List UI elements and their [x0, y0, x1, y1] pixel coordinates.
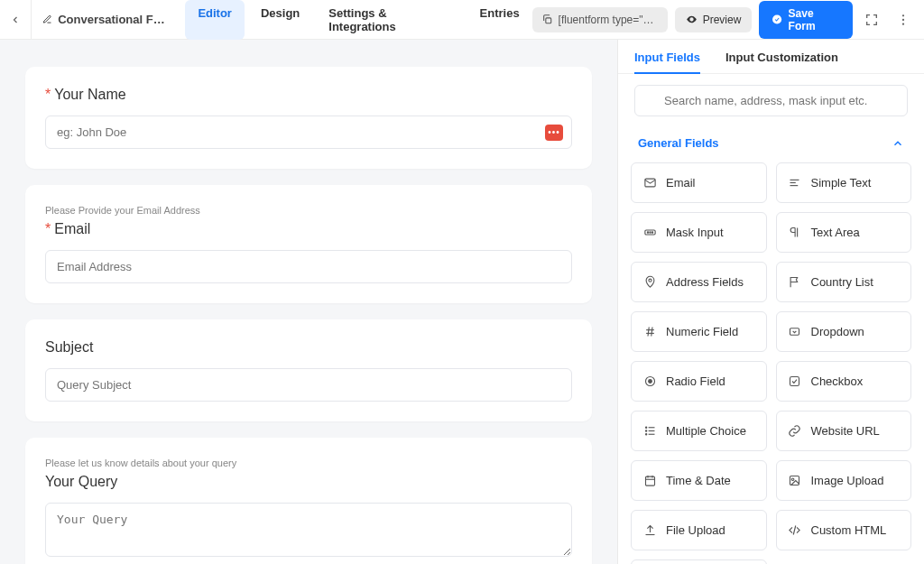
field-numeric-field[interactable]: Numeric Field — [631, 311, 767, 352]
field-label: Address Fields — [666, 275, 744, 289]
mail-icon — [642, 176, 657, 190]
field-label: File Upload — [666, 523, 725, 537]
svg-rect-0 — [546, 18, 551, 23]
field-radio-field[interactable]: Radio Field — [631, 361, 767, 402]
field-country-list[interactable]: Country List — [776, 262, 912, 302]
tab-design[interactable]: Design — [248, 0, 312, 40]
checkbox-icon — [788, 374, 802, 388]
svg-point-30 — [645, 427, 646, 428]
field-phone-mobile[interactable]: Phone/Mobile — [631, 559, 767, 564]
required-asterisk: * — [45, 221, 51, 236]
radio-icon — [642, 374, 657, 388]
page-title: Conversational Form… — [58, 13, 165, 26]
subject-input[interactable] — [45, 368, 572, 402]
tab-entries[interactable]: Entries — [467, 0, 532, 40]
pencil-icon — [42, 14, 52, 25]
helper-text: Please let us know details about your qu… — [45, 458, 572, 468]
field-image-upload[interactable]: Image Upload — [776, 460, 912, 501]
field-time-date[interactable]: Time & Date — [631, 460, 767, 501]
fields-scroll[interactable]: EmailSimple TextMask InputText AreaAddre… — [618, 159, 924, 564]
search-input[interactable] — [634, 85, 908, 116]
field-options-badge[interactable]: ••• — [545, 125, 563, 141]
field-label: Radio Field — [666, 374, 725, 388]
name-input[interactable] — [45, 116, 572, 149]
sidebar-tab-input-fields[interactable]: Input Fields — [634, 51, 700, 73]
dropdown-icon — [788, 325, 802, 338]
svg-point-38 — [791, 478, 794, 481]
calendar-icon — [642, 474, 657, 487]
svg-point-13 — [649, 232, 650, 233]
field-label: Dropdown — [811, 325, 864, 338]
field-label: Country List — [811, 275, 873, 289]
form-card-name[interactable]: *Your Name••• — [25, 67, 592, 169]
chevron-up-icon — [892, 137, 904, 150]
field-text-area[interactable]: Text Area — [776, 212, 912, 253]
save-button[interactable]: Save Form — [759, 1, 853, 39]
image-icon — [788, 474, 802, 487]
field-label: Checkbox — [811, 374, 864, 388]
field-checkbox[interactable]: Checkbox — [776, 361, 912, 402]
tab-editor[interactable]: Editor — [185, 0, 245, 40]
form-card-email[interactable]: Please Provide your Email Address*Email — [25, 185, 592, 303]
sidebar-tab-input-customization[interactable]: Input Customization — [725, 51, 838, 73]
tab-settings-integrations[interactable]: Settings & Integrations — [316, 0, 463, 40]
field-file-upload[interactable]: File Upload — [631, 510, 767, 550]
form-canvas[interactable]: *Your Name•••Please Provide your Email A… — [0, 40, 617, 564]
svg-rect-37 — [790, 476, 799, 485]
field-label: Text Area — [811, 226, 860, 239]
pin-icon — [642, 275, 657, 289]
field-label: Multiple Choice — [666, 424, 746, 438]
content: *Your Name•••Please Provide your Email A… — [0, 40, 924, 564]
flag-icon — [788, 275, 802, 289]
field-label: *Your Name — [45, 87, 572, 103]
svg-line-21 — [648, 328, 649, 337]
eye-icon — [686, 14, 698, 25]
svg-line-39 — [793, 526, 796, 535]
save-label: Save Form — [789, 7, 841, 32]
fullscreen-button[interactable] — [860, 7, 883, 32]
page-title-wrap[interactable]: Conversational Form… — [32, 13, 176, 26]
field-label: Time & Date — [666, 474, 731, 487]
field-address-fields[interactable]: Address Fields — [631, 262, 767, 302]
field-website-url[interactable]: Website URL — [776, 411, 912, 451]
svg-point-3 — [902, 18, 904, 20]
field-multiple-choice[interactable]: Multiple Choice — [631, 411, 767, 451]
email-input[interactable] — [45, 250, 572, 283]
field-email[interactable]: Email — [631, 162, 767, 203]
field-label: Subject — [45, 339, 572, 356]
helper-text: Please Provide your Email Address — [45, 205, 572, 216]
upload-icon — [642, 523, 657, 537]
link-icon — [788, 424, 802, 438]
svg-point-17 — [648, 279, 651, 282]
form-card-query[interactable]: Please let us know details about your qu… — [25, 438, 592, 564]
query-textarea[interactable] — [45, 503, 572, 557]
preview-button[interactable]: Preview — [675, 7, 753, 32]
code-icon — [788, 523, 802, 537]
field-mask-input[interactable]: Mask Input — [631, 212, 767, 253]
required-asterisk: * — [45, 87, 51, 102]
preview-label: Preview — [703, 14, 742, 26]
hash-icon — [642, 325, 657, 338]
field-label: Mask Input — [666, 226, 724, 239]
back-button[interactable] — [0, 0, 32, 40]
field-simple-text[interactable]: Simple Text — [776, 162, 912, 203]
check-circle-icon — [772, 14, 782, 25]
main-tabs: EditorDesignSettings & IntegrationsEntri… — [185, 0, 531, 40]
svg-rect-23 — [790, 328, 799, 336]
field-label: Image Upload — [811, 474, 884, 487]
shortcode-pill[interactable]: [fluentform type="c… — [532, 7, 668, 32]
field-grid: EmailSimple TextMask InputText AreaAddre… — [631, 162, 911, 564]
fullscreen-icon — [864, 13, 879, 27]
accordion-general-fields[interactable]: General Fields — [618, 127, 924, 159]
svg-rect-33 — [645, 476, 654, 485]
field-label: Custom HTML — [811, 523, 887, 537]
field-label: Your Query — [45, 474, 572, 490]
form-card-subject[interactable]: Subject — [25, 319, 592, 421]
topbar: Conversational Form… EditorDesignSetting… — [0, 0, 924, 40]
field-label: Website URL — [811, 424, 880, 438]
copy-icon — [541, 14, 553, 25]
field-custom-html[interactable]: Custom HTML — [776, 510, 912, 550]
svg-line-22 — [651, 328, 651, 337]
more-button[interactable] — [892, 7, 915, 32]
field-dropdown[interactable]: Dropdown — [776, 311, 912, 352]
